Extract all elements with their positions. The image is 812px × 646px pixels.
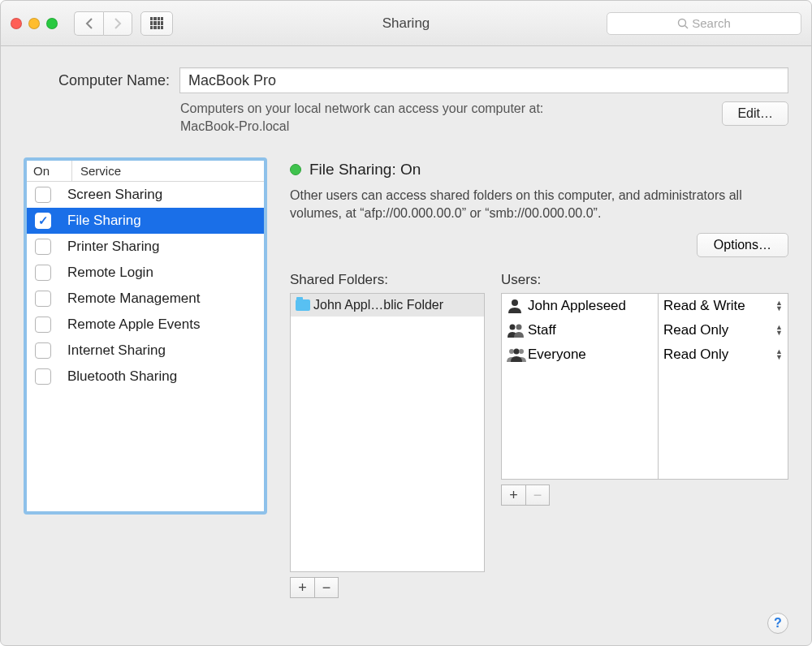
service-row[interactable]: Remote Management xyxy=(27,286,264,312)
status-title: File Sharing: On xyxy=(309,161,421,179)
permission-label: Read & Write xyxy=(663,298,745,314)
service-checkbox[interactable] xyxy=(35,239,51,255)
service-row[interactable]: Bluetooth Sharing xyxy=(27,364,264,390)
remove-folder-button[interactable]: − xyxy=(314,577,339,598)
svg-line-1 xyxy=(685,25,689,28)
search-placeholder: Search xyxy=(692,16,731,30)
help-row: ? xyxy=(1,613,811,645)
service-label: Remote Login xyxy=(67,265,153,281)
svg-point-4 xyxy=(516,325,522,330)
computer-name-row: Computer Name: xyxy=(24,67,788,93)
permission-selector[interactable]: Read & Write▲▼ xyxy=(659,294,788,318)
service-row[interactable]: Screen Sharing xyxy=(27,182,264,208)
svg-point-3 xyxy=(510,325,516,330)
service-row[interactable]: Internet Sharing xyxy=(27,338,264,364)
service-checkbox[interactable] xyxy=(35,265,51,281)
service-row[interactable]: Remote Apple Events xyxy=(27,312,264,338)
forward-button[interactable] xyxy=(103,11,132,36)
main-area: On Service Screen SharingFile SharingPri… xyxy=(24,157,788,598)
search-input[interactable]: Search xyxy=(607,12,801,35)
service-checkbox[interactable] xyxy=(35,291,51,307)
stepper-icon: ▲▼ xyxy=(775,300,783,312)
shared-folders-list[interactable]: John Appl…blic Folder xyxy=(290,293,485,572)
chevron-left-icon xyxy=(85,18,93,29)
service-row[interactable]: File Sharing xyxy=(27,208,264,234)
service-label: Internet Sharing xyxy=(67,342,166,359)
svg-point-2 xyxy=(512,299,518,306)
user-name: Everyone xyxy=(528,347,586,363)
lists-row: Shared Folders: John Appl…blic Folder + … xyxy=(290,272,788,598)
close-window-button[interactable] xyxy=(11,18,22,29)
status-description: Other users can access shared folders on… xyxy=(290,187,788,222)
permission-label: Read Only xyxy=(663,347,728,363)
services-header-service: Service xyxy=(72,161,264,181)
service-label: Bluetooth Sharing xyxy=(67,368,177,385)
service-label: File Sharing xyxy=(67,213,141,229)
permission-selector[interactable]: Read Only▲▼ xyxy=(659,318,788,342)
detail-panel: File Sharing: On Other users can access … xyxy=(290,157,788,598)
user-name: John Appleseed xyxy=(528,298,626,314)
services-list: On Service Screen SharingFile SharingPri… xyxy=(24,157,267,515)
grid-icon xyxy=(150,17,163,30)
computer-name-input[interactable] xyxy=(179,67,788,93)
users-plusminus: + − xyxy=(501,484,788,506)
computer-name-label: Computer Name: xyxy=(24,72,170,89)
shared-folders-column: Shared Folders: John Appl…blic Folder + … xyxy=(290,272,485,598)
permission-label: Read Only xyxy=(663,322,728,338)
shared-folders-label: Shared Folders: xyxy=(290,272,485,288)
folder-row[interactable]: John Appl…blic Folder xyxy=(291,294,484,317)
status-indicator-icon xyxy=(290,164,301,175)
users-list[interactable]: John AppleseedStaffEveryone xyxy=(501,293,659,480)
service-checkbox[interactable] xyxy=(35,213,51,229)
minimize-window-button[interactable] xyxy=(28,18,40,29)
user-name: Staff xyxy=(528,322,556,338)
zoom-window-button[interactable] xyxy=(46,18,58,29)
window-title: Sharing xyxy=(382,15,430,32)
users-wrap: John AppleseedStaffEveryone Read & Write… xyxy=(501,293,788,480)
svg-point-5 xyxy=(509,349,514,354)
computer-desc: Computers on your local network can acce… xyxy=(180,100,712,135)
service-row[interactable]: Printer Sharing xyxy=(27,234,264,260)
users-column: Users: John AppleseedStaffEveryone Read … xyxy=(501,272,788,598)
svg-point-7 xyxy=(519,349,524,354)
computer-desc-line1: Computers on your local network can acce… xyxy=(180,101,543,115)
permission-selector[interactable]: Read Only▲▼ xyxy=(659,342,788,367)
back-button[interactable] xyxy=(74,11,103,36)
service-checkbox[interactable] xyxy=(35,317,51,333)
services-body: Screen SharingFile SharingPrinter Sharin… xyxy=(27,182,264,390)
service-row[interactable]: Remote Login xyxy=(27,260,264,286)
permissions-list: Read & Write▲▼Read Only▲▼Read Only▲▼ xyxy=(659,293,788,480)
service-checkbox[interactable] xyxy=(35,187,51,203)
user-row[interactable]: Everyone xyxy=(502,342,658,367)
remove-user-button[interactable]: − xyxy=(525,484,550,506)
stepper-icon: ▲▼ xyxy=(775,325,783,336)
folders-plusminus: + − xyxy=(290,577,485,598)
help-button[interactable]: ? xyxy=(767,613,788,634)
nav-buttons xyxy=(74,11,132,36)
add-user-button[interactable]: + xyxy=(501,484,525,506)
folder-name: John Appl…blic Folder xyxy=(313,298,443,312)
user-row[interactable]: Staff xyxy=(502,318,658,342)
user-row[interactable]: John Appleseed xyxy=(502,294,658,318)
status-row: File Sharing: On xyxy=(290,161,788,179)
service-label: Remote Management xyxy=(67,291,200,307)
options-button[interactable]: Options… xyxy=(697,233,788,257)
sharing-preferences-window: Sharing Search Computer Name: Computers … xyxy=(0,0,812,646)
users-label: Users: xyxy=(501,272,788,288)
search-icon xyxy=(677,18,689,29)
search-container: Search xyxy=(607,12,801,35)
show-all-button[interactable] xyxy=(140,11,173,36)
service-checkbox[interactable] xyxy=(35,368,51,385)
folder-icon xyxy=(296,299,310,311)
options-row: Options… xyxy=(290,233,788,257)
add-folder-button[interactable]: + xyxy=(290,577,314,598)
service-checkbox[interactable] xyxy=(35,342,51,359)
edit-button[interactable]: Edit… xyxy=(722,101,788,126)
content-area: Computer Name: Computers on your local n… xyxy=(1,46,811,613)
titlebar: Sharing Search xyxy=(1,1,811,46)
service-label: Remote Apple Events xyxy=(67,317,200,333)
computer-desc-line2: MacBook-Pro.local xyxy=(180,119,289,133)
svg-point-0 xyxy=(679,19,686,26)
stepper-icon: ▲▼ xyxy=(775,349,783,360)
user-icon xyxy=(507,299,523,313)
